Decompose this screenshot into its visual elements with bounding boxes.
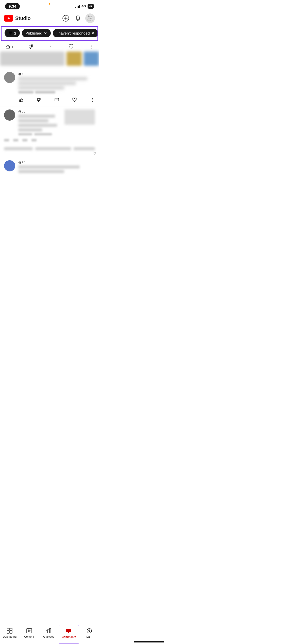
comment-meta-1: [18, 91, 95, 93]
thumbs-down-icon: [28, 44, 34, 50]
svg-rect-18: [55, 98, 58, 101]
username-3: @ar: [18, 160, 95, 164]
logo-area: Studio: [4, 15, 30, 22]
username-2: @bc: [18, 109, 61, 113]
responded-filter-chip[interactable]: I haven't responded ✕: [53, 29, 98, 37]
filter-count-chip[interactable]: 2: [5, 29, 20, 37]
svg-point-21: [92, 100, 93, 100]
blurred-info-row: [0, 145, 99, 152]
signal-bars: [75, 5, 80, 8]
comment-content-1: @k: [18, 72, 95, 93]
more-vertical-icon: [88, 44, 94, 50]
header-icons: LongLiveCinema.: [61, 13, 95, 23]
like-count: 1: [12, 45, 13, 49]
scroll-area: 1: [0, 41, 99, 204]
comment-text-2: [18, 115, 61, 131]
create-button[interactable]: [61, 13, 71, 23]
avatar-1: [4, 72, 15, 83]
thumbs-up-icon: [5, 44, 11, 50]
comment-text-3: [18, 166, 95, 173]
responded-label: I haven't responded: [56, 31, 90, 35]
comment-item-2: @bc: [0, 106, 99, 145]
comment-action-bar-2-blurred: [4, 137, 95, 142]
comment-content-2: @bc: [18, 109, 61, 135]
video-thumb-placeholder: [0, 52, 64, 66]
reply-icon-c1: [54, 97, 59, 103]
status-right: 4G 49: [75, 4, 94, 9]
filter-count-label: 2: [14, 31, 16, 35]
charging-dot: [49, 3, 50, 5]
notifications-button[interactable]: [73, 13, 83, 23]
youtube-logo-icon: [4, 15, 13, 22]
comment-meta-2: [18, 133, 61, 135]
svg-point-13: [91, 45, 91, 46]
chevron-down-icon: [44, 31, 47, 35]
svg-point-14: [91, 46, 91, 47]
like-button-c1[interactable]: [18, 97, 24, 103]
close-icon[interactable]: ✕: [91, 31, 95, 35]
battery-indicator: 49: [88, 4, 94, 9]
comment-side-2: [64, 109, 95, 126]
published-label: Published: [25, 31, 42, 35]
svg-rect-10: [49, 45, 53, 48]
svg-rect-9: [31, 45, 32, 47]
svg-point-22: [92, 101, 93, 102]
filter-icon: [8, 31, 13, 35]
reply-button-first[interactable]: [48, 44, 54, 50]
comment-item-1: @k: [0, 69, 99, 106]
avatar-3: [4, 160, 15, 171]
svg-rect-16: [19, 100, 20, 102]
comment-row-2: @bc: [4, 109, 95, 135]
comment-row-1: @k: [4, 72, 95, 93]
more-button-c1[interactable]: [89, 97, 95, 103]
thumbs-up-icon-c1: [18, 97, 24, 103]
thumbs-down-icon-c1: [36, 97, 42, 103]
status-bar: 9:34 4G 49: [0, 0, 99, 11]
like-button-first[interactable]: 1: [5, 44, 13, 50]
channel-avatar: LongLiveCinema.: [85, 13, 95, 23]
svg-point-15: [91, 48, 91, 49]
svg-point-20: [92, 98, 93, 99]
avatar-2: [4, 109, 15, 121]
first-action-bar: 1: [0, 41, 99, 52]
username-1: @k: [18, 72, 95, 76]
comment-item-3: @ar: [0, 156, 99, 181]
comment-content-3: @ar: [18, 160, 95, 175]
heart-button-c1[interactable]: [72, 97, 77, 103]
network-label: 4G: [81, 4, 86, 8]
video-thumbnail-row: [0, 52, 99, 66]
more-vertical-icon-c1: [89, 97, 95, 103]
dislike-button-first[interactable]: [28, 44, 34, 50]
published-filter-chip[interactable]: Published: [22, 29, 51, 37]
video-thumb-2: [84, 52, 99, 66]
comment-action-bar-1: [4, 95, 95, 103]
channel-avatar-button[interactable]: LongLiveCinema.: [85, 13, 95, 23]
svg-rect-17: [40, 98, 41, 100]
header: Studio LongLiveCinema.: [0, 11, 99, 26]
reply-button-c1[interactable]: [54, 97, 59, 103]
dislike-button-c1[interactable]: [36, 97, 42, 103]
more-button-first[interactable]: [88, 44, 94, 50]
heart-icon: [68, 44, 74, 50]
heart-icon-c1: [72, 97, 77, 103]
heart-button-first[interactable]: [68, 44, 74, 50]
comment-row-3: @ar: [4, 160, 95, 175]
svg-rect-8: [6, 46, 7, 49]
video-thumb-1: [67, 52, 82, 66]
app-title: Studio: [15, 15, 30, 21]
reply-icon: [48, 44, 54, 50]
comment-text-1: [18, 77, 95, 89]
plus-circle-icon: [62, 15, 69, 22]
bell-icon: [75, 15, 81, 22]
status-time: 9:34: [5, 3, 20, 9]
filter-bar: 2 Published I haven't responded ✕: [1, 26, 98, 41]
